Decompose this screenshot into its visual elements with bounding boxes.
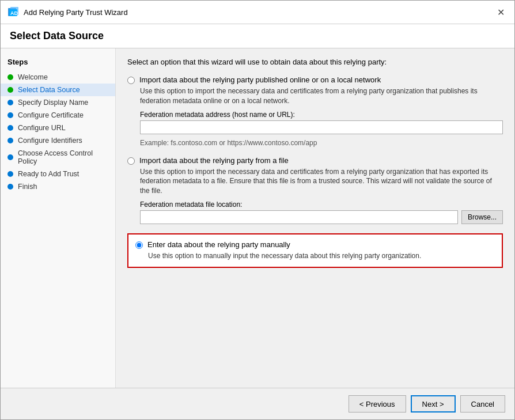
sidebar-label-certificate: Configure Certificate	[18, 111, 84, 119]
content-area: Steps Welcome Select Data Source Specify…	[1, 48, 514, 388]
sidebar-item-welcome[interactable]: Welcome	[1, 71, 115, 84]
sidebar-label-display-name: Specify Display Name	[18, 99, 88, 107]
dot-icon-certificate	[7, 112, 13, 118]
dot-icon-access-control	[7, 154, 13, 160]
field-group-1: Federation metadata address (host name o…	[140, 111, 503, 134]
svg-text:AD: AD	[10, 10, 18, 16]
footer: < Previous Next > Cancel	[1, 388, 514, 419]
field-label-2: Federation metadata file location:	[140, 200, 503, 209]
dot-icon-url	[7, 125, 13, 131]
field-group-2: Federation metadata file location: Brows…	[140, 200, 503, 224]
title-bar: AD Add Relying Party Trust Wizard ✕	[1, 1, 514, 24]
sidebar-item-ready-to-add[interactable]: Ready to Add Trust	[1, 168, 115, 180]
sidebar-item-specify-display-name[interactable]: Specify Display Name	[1, 96, 115, 109]
dot-icon-identifiers	[7, 138, 13, 143]
sidebar-item-access-control[interactable]: Choose Access Control Policy	[1, 147, 115, 168]
dialog-title: Add Relying Party Trust Wizard	[24, 8, 128, 17]
radio-option-1[interactable]	[127, 77, 135, 84]
sidebar-label-url: Configure URL	[18, 124, 66, 132]
example-text-1: Example: fs.contoso.com or https://www.c…	[140, 139, 503, 147]
option-label-1[interactable]: Import data about the relying party publ…	[139, 75, 381, 84]
sidebar-label-welcome: Welcome	[18, 73, 48, 81]
title-bar-left: AD Add Relying Party Trust Wizard	[7, 6, 128, 18]
browse-button[interactable]: Browse...	[461, 210, 503, 224]
option-row-3: Enter data about the relying party manua…	[135, 240, 495, 249]
option-desc-1: Use this option to import the necessary …	[140, 86, 503, 106]
field-label-1: Federation metadata address (host name o…	[140, 111, 503, 119]
dialog: AD Add Relying Party Trust Wizard ✕ Sele…	[0, 0, 515, 420]
option-row-1: Import data about the relying party publ…	[127, 75, 503, 84]
page-title: Select Data Source	[10, 30, 505, 42]
sidebar-label-finish: Finish	[18, 183, 37, 191]
wizard-icon: AD	[7, 6, 19, 18]
federation-metadata-address-input[interactable]	[140, 120, 503, 134]
sidebar-heading: Steps	[1, 58, 115, 71]
manual-option-box: Enter data about the relying party manua…	[127, 233, 503, 268]
sidebar-label-identifiers: Configure Identifiers	[18, 137, 82, 145]
option-desc-2: Use this option to import the necessary …	[140, 167, 503, 196]
sidebar-item-finish[interactable]: Finish	[1, 180, 115, 193]
sidebar-item-configure-url[interactable]: Configure URL	[1, 122, 115, 134]
sidebar: Steps Welcome Select Data Source Specify…	[1, 48, 116, 388]
previous-button[interactable]: < Previous	[349, 395, 406, 413]
dot-icon-ready	[7, 171, 13, 177]
sidebar-label-access-control: Choose Access Control Policy	[18, 149, 108, 165]
next-button[interactable]: Next >	[411, 395, 456, 413]
sidebar-label-ready: Ready to Add Trust	[18, 170, 79, 178]
close-button[interactable]: ✕	[494, 5, 508, 19]
sidebar-label-select-data: Select Data Source	[18, 86, 80, 94]
option-label-2[interactable]: Import data about the relying party from…	[139, 156, 289, 165]
sidebar-item-configure-certificate[interactable]: Configure Certificate	[1, 109, 115, 122]
dot-icon-finish	[7, 184, 13, 190]
option-label-3[interactable]: Enter data about the relying party manua…	[147, 240, 290, 249]
instruction-text: Select an option that this wizard will u…	[127, 58, 503, 66]
federation-metadata-file-input[interactable]	[140, 210, 458, 224]
dot-icon-select-data	[7, 87, 13, 93]
sidebar-item-select-data-source[interactable]: Select Data Source	[1, 84, 115, 96]
radio-option-2[interactable]	[127, 157, 135, 165]
option-row-2: Import data about the relying party from…	[127, 156, 503, 165]
dot-icon-welcome	[7, 74, 13, 80]
option-desc-3: Use this option to manually input the ne…	[148, 251, 495, 261]
cancel-button[interactable]: Cancel	[460, 395, 505, 413]
dot-icon-display-name	[7, 100, 13, 105]
field-row-2: Browse...	[140, 210, 503, 224]
main-content: Select an option that this wizard will u…	[116, 48, 514, 388]
option-group-1: Import data about the relying party publ…	[127, 75, 503, 147]
radio-option-3[interactable]	[135, 241, 143, 249]
sidebar-item-configure-identifiers[interactable]: Configure Identifiers	[1, 134, 115, 147]
page-header: Select Data Source	[1, 24, 514, 48]
option-group-2: Import data about the relying party from…	[127, 156, 503, 224]
